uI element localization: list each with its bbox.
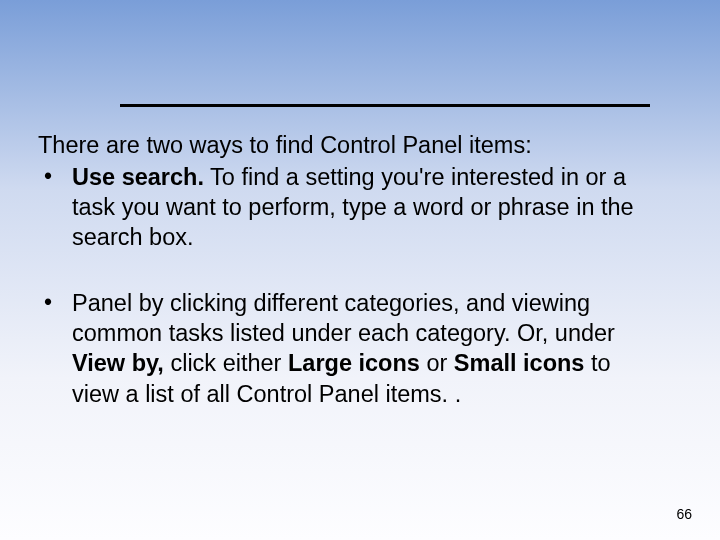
slide-body: There are two ways to find Control Panel… — [38, 130, 660, 409]
bullet-2-b2: Large icons — [288, 350, 420, 376]
paragraph-gap — [38, 252, 660, 288]
title-underline — [120, 104, 650, 107]
bullet-list: Use search. To find a setting you're int… — [38, 162, 660, 252]
bullet-item-1: Use search. To find a setting you're int… — [38, 162, 660, 252]
bullet-1-lead: Use search. — [72, 164, 204, 190]
slide: There are two ways to find Control Panel… — [0, 0, 720, 540]
intro-text: There are two ways to find Control Panel… — [38, 130, 660, 160]
bullet-2-mid1: click either — [164, 350, 288, 376]
bullet-2-b3: Small icons — [454, 350, 585, 376]
page-number: 66 — [676, 506, 692, 522]
bullet-2-mid2: or — [420, 350, 454, 376]
bullet-2-b1: View by, — [72, 350, 164, 376]
bullet-item-2: Panel by clicking different categories, … — [38, 288, 660, 408]
bullet-list-2: Panel by clicking different categories, … — [38, 288, 660, 408]
bullet-2-pre: Panel by clicking different categories, … — [72, 290, 615, 346]
